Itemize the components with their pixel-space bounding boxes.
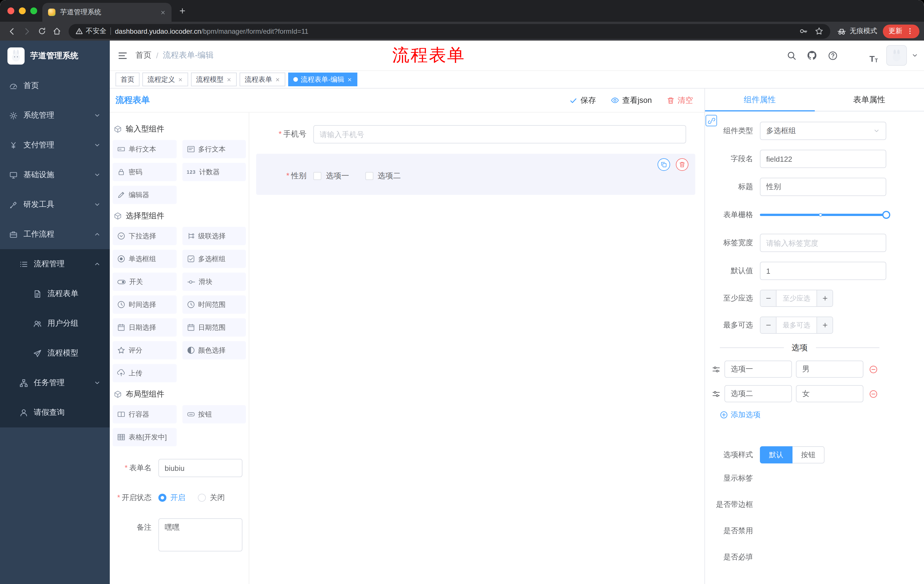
component-chip[interactable]: 123计数器 — [182, 163, 246, 181]
component-chip[interactable]: 滑块 — [182, 273, 246, 291]
window-zoom-button[interactable] — [30, 7, 37, 14]
github-icon[interactable] — [804, 48, 820, 63]
tag-close-icon[interactable] — [226, 77, 231, 82]
reload-button[interactable] — [34, 24, 49, 39]
status-radio-off[interactable]: 关闭 — [198, 489, 225, 507]
sidebar-item-user-group[interactable]: 用户分组 — [0, 309, 110, 338]
tag-close-icon[interactable] — [347, 77, 352, 82]
slider-handle[interactable] — [882, 211, 890, 219]
component-chip[interactable]: 评分 — [113, 341, 177, 359]
component-chip[interactable]: 颜色选择 — [182, 341, 246, 359]
save-button[interactable]: 保存 — [569, 95, 596, 105]
component-chip[interactable]: 单行文本 — [113, 140, 177, 158]
copy-field-button[interactable] — [658, 158, 670, 171]
sidebar-item-infrastructure[interactable]: 基础设施 — [0, 160, 110, 190]
remove-option-button[interactable] — [869, 365, 878, 373]
avatar[interactable] — [886, 45, 907, 66]
max-select-placeholder[interactable]: 最多可选 — [777, 317, 817, 333]
increase-button[interactable] — [817, 317, 833, 333]
sidebar-item-devtools[interactable]: 研发工具 — [0, 190, 110, 219]
checkbox-option-1[interactable]: 选项一 — [314, 171, 349, 181]
grid-slider[interactable] — [760, 206, 886, 224]
title-input[interactable] — [760, 178, 886, 196]
component-chip[interactable]: 单选框组 — [113, 250, 177, 268]
component-chip[interactable]: 下拉选择 — [113, 227, 177, 245]
update-button[interactable]: 更新 — [883, 24, 919, 38]
sidebar-item-leave-query[interactable]: 请假查询 — [0, 398, 110, 428]
option-value-input[interactable] — [796, 360, 863, 378]
label-width-input[interactable] — [760, 234, 886, 252]
sidebar-item-payment[interactable]: 支付管理 — [0, 130, 110, 160]
component-chip[interactable]: 行容器 — [113, 405, 177, 423]
add-option-button[interactable]: 添加选项 — [720, 410, 924, 420]
option-style-button-button[interactable]: 按钮 — [792, 446, 825, 464]
component-chip[interactable]: 表格[开发中] — [113, 428, 177, 446]
clear-button[interactable]: 清空 — [667, 95, 693, 105]
nav-tag[interactable]: 流程表单 — [239, 72, 285, 86]
fullscreen-icon[interactable] — [845, 48, 861, 63]
forward-button[interactable] — [20, 24, 34, 39]
phone-input[interactable] — [314, 125, 686, 143]
sidebar-item-system[interactable]: 系统管理 — [0, 100, 110, 130]
window-close-button[interactable] — [7, 7, 14, 14]
slider-track[interactable] — [760, 214, 886, 216]
view-json-button[interactable]: 查看json — [610, 95, 652, 105]
form-name-input[interactable] — [158, 459, 243, 477]
link-icon[interactable] — [706, 115, 717, 126]
sidebar-item-workflow[interactable]: 工作流程 — [0, 219, 110, 249]
browser-tab[interactable]: 芋道管理系统 — [42, 3, 172, 22]
sidebar-item-process-model[interactable]: 流程模型 — [0, 338, 110, 368]
app-logo[interactable]: 芋道管理系统 — [0, 41, 110, 71]
sidebar-item-home[interactable]: 首页 — [0, 71, 110, 100]
min-select-placeholder[interactable]: 至少应选 — [777, 290, 817, 306]
tab-form-props[interactable]: 表单属性 — [815, 89, 924, 111]
password-key-icon[interactable] — [799, 27, 808, 35]
option-label-input[interactable] — [724, 360, 792, 378]
home-button[interactable] — [49, 24, 64, 39]
new-tab-button[interactable] — [178, 7, 186, 15]
address-bar[interactable]: 不安全 dashboard.yudao.iocoder.cn/bpm/manag… — [69, 24, 830, 39]
component-chip[interactable]: 日期范围 — [182, 318, 246, 337]
decrease-button[interactable] — [761, 317, 777, 333]
component-chip[interactable]: 按钮 — [182, 405, 246, 423]
increase-button[interactable] — [817, 290, 833, 306]
tab-component-props[interactable]: 组件属性 — [705, 89, 815, 111]
sidebar-item-task-management[interactable]: 任务管理 — [0, 368, 110, 398]
sidebar-toggle-icon[interactable] — [110, 51, 135, 60]
nav-tag[interactable]: 首页 — [116, 72, 140, 86]
default-value-input[interactable] — [760, 262, 886, 280]
option-label-input[interactable] — [724, 385, 792, 402]
sidebar-item-process-management[interactable]: 流程管理 — [0, 249, 110, 279]
component-chip[interactable]: 级联选择 — [182, 227, 246, 245]
option-style-default-button[interactable]: 默认 — [760, 446, 792, 464]
component-chip[interactable]: 日期选择 — [113, 318, 177, 337]
component-chip[interactable]: 开关 — [113, 273, 177, 291]
component-chip[interactable]: 时间选择 — [113, 295, 177, 314]
tag-close-icon[interactable] — [178, 77, 183, 82]
checkbox-option-2[interactable]: 选项二 — [365, 171, 401, 181]
option-value-input[interactable] — [796, 385, 863, 402]
remove-option-button[interactable] — [869, 390, 878, 398]
tab-close-icon[interactable] — [160, 10, 166, 15]
component-type-select[interactable]: 多选框组 — [760, 122, 886, 140]
back-button[interactable] — [5, 24, 20, 39]
remark-textarea[interactable]: 嘿嘿 — [158, 518, 243, 551]
search-icon[interactable] — [783, 48, 799, 63]
drag-handle-icon[interactable] — [712, 365, 721, 373]
security-warning[interactable]: 不安全 — [76, 26, 106, 36]
component-chip[interactable]: 多选框组 — [182, 250, 246, 268]
delete-field-button[interactable] — [676, 158, 688, 171]
component-chip[interactable]: 时间范围 — [182, 295, 246, 314]
nav-tag-active[interactable]: 流程表单-编辑 — [288, 72, 357, 86]
bookmark-star-icon[interactable] — [815, 27, 823, 35]
component-chip[interactable]: 上传 — [113, 364, 177, 382]
field-name-input[interactable] — [760, 150, 886, 168]
tag-close-icon[interactable] — [275, 77, 280, 82]
canvas-field-phone[interactable]: 手机号 — [256, 119, 695, 149]
font-size-icon[interactable]: TT — [866, 48, 882, 63]
status-radio-on[interactable]: 开启 — [158, 489, 185, 507]
canvas-field-gender-selected[interactable]: 性别 选项一 选项二 — [256, 154, 695, 195]
window-minimize-button[interactable] — [19, 7, 26, 14]
decrease-button[interactable] — [761, 290, 777, 306]
kebab-menu-icon[interactable] — [906, 28, 914, 35]
